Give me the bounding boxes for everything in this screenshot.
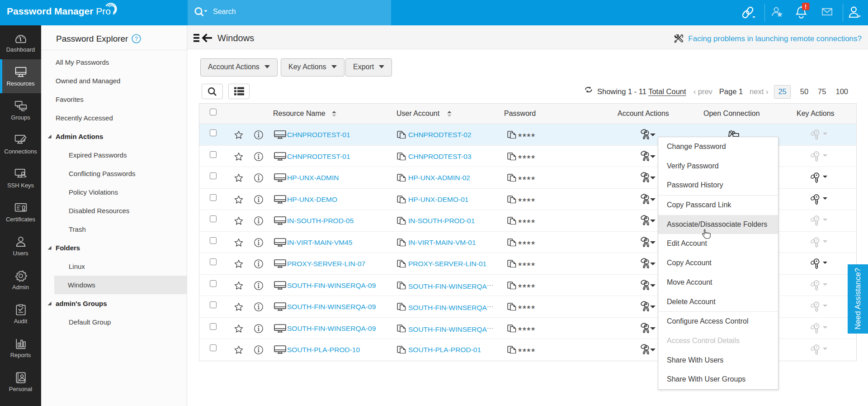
svg-text:?: ? [135,36,138,42]
svg-text:!: ! [805,4,807,10]
